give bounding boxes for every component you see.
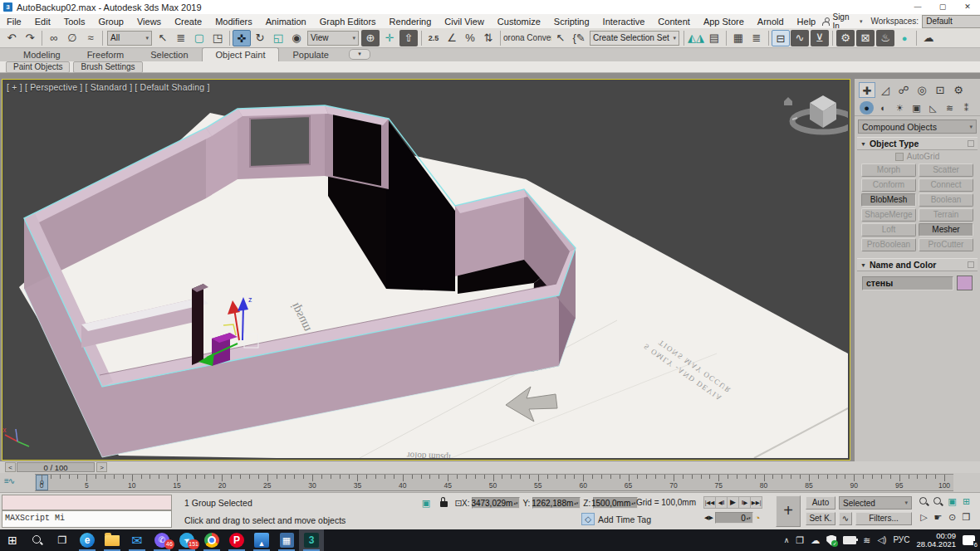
menu-animation[interactable]: Animation: [259, 15, 313, 28]
object-type-terrain[interactable]: Terrain: [919, 208, 973, 222]
window-crossing-toggle-icon[interactable]: ◳: [208, 30, 227, 46]
zoom-region-icon[interactable]: ▷: [917, 511, 931, 524]
select-object-icon[interactable]: ↖: [154, 30, 172, 46]
time-ruler[interactable]: 0 05101520253035404550556065707580859095…: [35, 474, 953, 491]
menu-content[interactable]: Content: [651, 15, 697, 28]
corona-converter-button[interactable]: orona Converte: [503, 33, 551, 42]
category-dropdown[interactable]: Compound Objects ▾: [858, 119, 977, 134]
speaker-icon[interactable]: ◁): [877, 529, 886, 551]
object-type-connect[interactable]: Connect: [919, 178, 973, 192]
zoom-all-icon[interactable]: [931, 495, 945, 509]
menu-civil-view[interactable]: Civil View: [438, 15, 490, 28]
utilities-tab-icon[interactable]: ⚙: [950, 82, 967, 98]
rectangular-selection-region-icon[interactable]: ▢: [190, 30, 208, 46]
notification-center[interactable]: 6: [963, 535, 975, 545]
auto-key-button[interactable]: Auto: [806, 496, 835, 510]
z-coordinate-field[interactable]: 1500,0mm▴▾: [593, 497, 638, 509]
isolate-arrow-icon[interactable]: ↖: [551, 30, 570, 46]
taskbar-start[interactable]: ⊞: [0, 529, 25, 551]
render-lights-icon[interactable]: ●: [895, 30, 914, 46]
object-color-swatch[interactable]: [957, 276, 973, 290]
set-keys-button[interactable]: +: [776, 495, 801, 527]
key-filters-icon[interactable]: ∿: [839, 512, 852, 525]
taskbar-photos[interactable]: ▲: [249, 529, 274, 551]
render-production-icon[interactable]: ♨: [876, 30, 894, 46]
play-button[interactable]: ▶: [727, 496, 739, 509]
menu-graph-editors[interactable]: Graph Editors: [313, 15, 383, 28]
spinner-icon[interactable]: ▴▾: [631, 501, 635, 505]
menu-modifiers[interactable]: Modifiers: [208, 15, 259, 28]
maxscript-mini-listener[interactable]: MAXScript Mi: [2, 510, 172, 528]
taskbar-mail[interactable]: ✉: [125, 529, 149, 551]
ribbon-subtab-paint-objects[interactable]: Paint Objects: [6, 61, 70, 73]
spinner-icon[interactable]: ▴▾: [747, 516, 751, 520]
object-type-shapemerge[interactable]: ShapeMerge: [861, 208, 916, 222]
edit-named-selection-sets-icon[interactable]: {✎: [570, 30, 588, 46]
select-and-rotate-icon[interactable]: ↻: [251, 30, 269, 46]
name-color-header[interactable]: ▼ Name and Color: [857, 258, 978, 271]
ribbon-subtab-brush-settings[interactable]: Brush Settings: [73, 61, 142, 73]
next-frame-button[interactable]: >: [96, 462, 107, 472]
battery-icon[interactable]: [843, 536, 856, 544]
isolate-selection-toggle[interactable]: ▣: [419, 497, 433, 510]
object-type-mesher[interactable]: Mesher: [919, 223, 973, 236]
wifi-icon[interactable]: ≋: [863, 535, 870, 546]
menu-edit[interactable]: Edit: [28, 15, 57, 28]
taskbar-file-explorer[interactable]: [100, 529, 125, 551]
select-by-name-icon[interactable]: ≣: [172, 30, 190, 46]
spinner-icon[interactable]: ▴▾: [513, 501, 517, 505]
select-and-link-icon[interactable]: ∞: [45, 30, 63, 46]
tray-expand-caret[interactable]: ∧: [784, 529, 790, 551]
motion-tab-icon[interactable]: ◎: [914, 82, 930, 98]
taskbar-viber[interactable]: ✆46: [149, 529, 174, 551]
x-coordinate-field[interactable]: 3473,029m▴▾: [472, 497, 520, 509]
geometry-category-icon[interactable]: ●: [860, 101, 874, 115]
angle-snap-toggle-icon[interactable]: ∠: [443, 30, 461, 46]
display-tab-icon[interactable]: ⊡: [932, 82, 948, 98]
previous-frame-playback-button[interactable]: ◀‖: [715, 496, 728, 509]
hierarchy-tab-icon[interactable]: ☍: [895, 82, 912, 98]
menu-scripting[interactable]: Scripting: [547, 15, 596, 28]
object-type-morph[interactable]: Morph: [861, 163, 916, 177]
redo-icon[interactable]: ↷: [21, 30, 39, 46]
menu-group[interactable]: Group: [91, 15, 130, 28]
taskbar-chrome[interactable]: [199, 529, 224, 551]
selection-filter-dropdown[interactable]: All▾: [107, 31, 152, 46]
scene-explorer-icon[interactable]: ▦: [729, 30, 747, 46]
select-and-move-icon[interactable]: ✜: [233, 30, 251, 46]
clock[interactable]: 00:09 28.04.2021: [916, 532, 956, 549]
keyboard-language[interactable]: РУС: [893, 529, 909, 551]
defender-icon[interactable]: ✓: [826, 535, 836, 546]
layer-manager-icon[interactable]: ≣: [747, 30, 766, 46]
mirror-icon[interactable]: ◭◮: [687, 30, 705, 46]
taskbar-task-view[interactable]: ❐: [50, 529, 75, 551]
systems-category-icon[interactable]: ⁑: [959, 101, 973, 115]
your-phone-icon[interactable]: ❐: [796, 529, 804, 551]
cameras-category-icon[interactable]: ▣: [909, 101, 924, 115]
selected-key-dropdown[interactable]: Selected ▾: [839, 496, 912, 510]
object-type-header[interactable]: ▼ Object Type: [857, 137, 978, 150]
render-setup-icon[interactable]: ⚙: [836, 30, 855, 46]
undo-icon[interactable]: ↶: [2, 30, 21, 46]
menu-arnold[interactable]: Arnold: [751, 15, 791, 28]
ribbon-tab-modeling[interactable]: Modeling: [10, 49, 74, 61]
zoom-extents-all-icon[interactable]: ⊞: [959, 495, 973, 509]
curve-editor-icon[interactable]: ∿: [791, 30, 809, 46]
object-type-conform[interactable]: Conform: [861, 178, 916, 192]
add-time-tag[interactable]: ◇ Add Time Tag: [581, 513, 651, 525]
rendered-frame-window-icon[interactable]: ⊠: [856, 30, 875, 46]
space-warps-category-icon[interactable]: ≋: [943, 101, 957, 115]
lights-category-icon[interactable]: ☀: [893, 101, 907, 115]
menu-create[interactable]: Create: [168, 15, 208, 28]
keyboard-shortcut-override-icon[interactable]: ⇧: [399, 30, 418, 46]
menu-file[interactable]: File: [0, 15, 28, 28]
ribbon-tab-freeform[interactable]: Freeform: [74, 49, 138, 61]
onedrive-icon[interactable]: ☁: [811, 529, 820, 551]
reference-coordinate-system-dropdown[interactable]: View▾: [307, 31, 359, 46]
shapes-category-icon[interactable]: ◐: [876, 101, 890, 115]
maxscript-macro-recorder[interactable]: [2, 495, 172, 510]
taskbar-telegram[interactable]: ➤151: [174, 529, 199, 551]
viewport[interactable]: [ + ] [ Perspective ] [ Standard ] [ Def…: [2, 79, 850, 461]
go-to-start-button[interactable]: |◀◀: [703, 496, 716, 509]
next-frame-playback-button[interactable]: ‖▶: [738, 496, 751, 509]
